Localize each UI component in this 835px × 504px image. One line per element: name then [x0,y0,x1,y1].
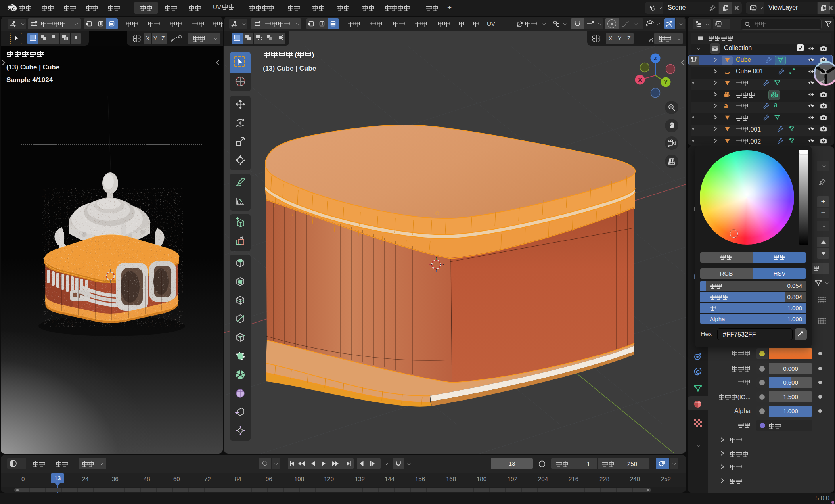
svg-text:Y: Y [664,79,668,85]
svg-text:Z: Z [654,56,657,61]
svg-text:X: X [638,77,642,83]
